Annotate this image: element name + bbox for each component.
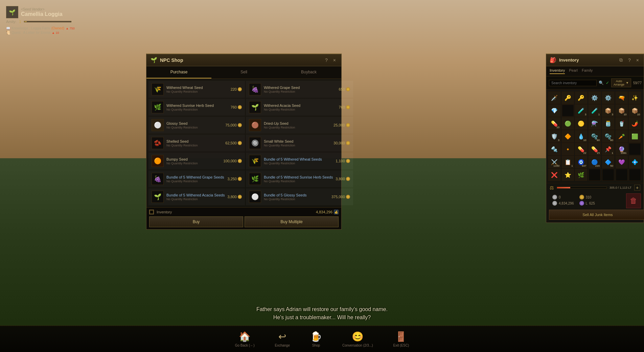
item-restrict-dried: No Quantity Restriction (264, 126, 331, 129)
inv-slot-6-2[interactable]: 📋1 (562, 156, 574, 168)
item-icon-wheat: 🌾 (152, 83, 164, 95)
inv-slot-3-2[interactable]: 🟢 (562, 117, 574, 130)
inv-slot-5-4[interactable]: 💊15 (589, 143, 601, 155)
inv-slot-4-4[interactable]: 🫧80 (589, 130, 601, 142)
inventory-checkbox[interactable]: ■ (149, 210, 154, 214)
buy-button[interactable]: Buy (149, 216, 243, 227)
shop-item-glossy-seed[interactable]: ⚪ Glossy Seed No Quantity Restriction 75… (148, 117, 245, 134)
item-icon-shelled: 🫘 (152, 137, 164, 149)
shop-item-withered-sunrise-herb-seed[interactable]: 🌿 Withered Sunrise Herb Seed No Quantity… (148, 99, 245, 116)
inv-slot-5-3[interactable]: 💊22 (575, 143, 587, 155)
shop-item-bundle-acacia[interactable]: 🌱 Bundle of 5 Withered Acacia Seeds No Q… (148, 188, 245, 205)
inv-slot-5-5[interactable]: 📌1 (602, 143, 614, 155)
hud-action-exit[interactable]: 🚪 Exit (ESC) (393, 331, 409, 347)
hud-action-shop[interactable]: 🍺 Shop (310, 331, 322, 347)
inv-slot-3-4[interactable]: ⚗️ (589, 117, 601, 130)
shop-item-dried-up-seed[interactable]: 🟤 Dried-Up Seed No Quantity Restriction … (246, 117, 353, 134)
subtitle-line-2: He's just a troublemaker... Will he real… (256, 313, 388, 322)
tab-inventory[interactable]: Inventory (550, 68, 565, 74)
quest-row: 📜 Quest : A Letter for Emma ▲ 10 (6, 31, 75, 34)
item-icon-glossy: ⚪ (152, 119, 164, 131)
inv-slot-1-3[interactable]: 🔑 (575, 92, 587, 104)
inv-slot-7-5[interactable] (602, 169, 614, 181)
gold-row: 310 (579, 195, 595, 200)
hud-action-exchange[interactable]: ↩ Exchange (275, 331, 290, 347)
exchange-label: Exchange (275, 344, 290, 347)
inventory-help-button[interactable]: ? (627, 57, 632, 63)
inv-slot-7-6[interactable] (616, 169, 628, 181)
tab-purchase[interactable]: Purchase (146, 66, 211, 78)
item-restrict-shelled: No Quantity Restriction (166, 144, 223, 147)
inv-slot-2-5[interactable]: 📦3 (602, 104, 614, 117)
inv-slot-2-6[interactable]: 📦10 (616, 104, 628, 117)
inv-slot-3-6[interactable]: 🥤 (616, 117, 628, 130)
shop-item-small-white-seed[interactable]: 🔘 Small White Seed No Quantity Restricti… (246, 135, 353, 151)
inv-slot-6-7[interactable]: 💠 (629, 156, 641, 168)
inv-slot-5-2[interactable]: 🔸 (562, 143, 574, 155)
inv-slot-6-1[interactable]: ⚔️1150 (548, 156, 560, 168)
shop-item-bundle-wheat[interactable]: 🌾 Bundle of 5 Withered Wheat Seeds No Qu… (246, 152, 353, 169)
tab-sell[interactable]: Sell (211, 66, 276, 78)
shop-item-bundle-grape[interactable]: 🍇 Bundle of 5 Withered Grape Seeds No Qu… (148, 170, 245, 187)
inv-slot-3-1[interactable]: 💊10 (548, 117, 560, 130)
buy-multiple-button[interactable]: Buy Multiple (245, 216, 339, 227)
weight-add-button[interactable]: + (634, 185, 640, 191)
inv-slot-2-1[interactable]: 💎 (548, 104, 560, 117)
inv-slot-7-7[interactable] (629, 169, 641, 181)
search-icon-button[interactable]: 🔍 (599, 80, 604, 85)
inventory-search-input[interactable] (549, 80, 597, 86)
inv-slot-1-4[interactable]: ⚙️ (589, 92, 601, 104)
inv-slot-2-3[interactable]: 🧪3 (575, 104, 587, 117)
inv-slot-4-7[interactable]: 🟩 (629, 130, 641, 142)
hud-action-go-back[interactable]: 🏠 Go Back (←) (235, 331, 255, 347)
inventory-close-button[interactable]: × (635, 57, 640, 63)
sell-junk-button[interactable]: Sell All Junk Items (549, 210, 644, 220)
inv-slot-2-2[interactable] (562, 104, 574, 117)
inv-slot-6-6[interactable]: 💜 (616, 156, 628, 168)
inv-slot-3-5[interactable]: 🫙 (602, 117, 614, 130)
shop-help-button[interactable]: ? (324, 57, 329, 63)
inv-slot-5-6[interactable]: 🔮1081 (616, 143, 628, 155)
shop-item-shelled-seed[interactable]: 🫘 Shelled Seed No Quantity Restriction 6… (148, 135, 245, 151)
item-name-bundle-sunrise: Bundle of 5 Withered Sunrise Herb Seeds (264, 175, 333, 179)
inv-slot-6-4[interactable]: 🔵220 (589, 156, 601, 168)
tab-pearl[interactable]: Pearl (569, 68, 578, 74)
inventory-copy-button[interactable]: ⧉ (618, 57, 624, 63)
hud-action-conversation[interactable]: 😊 Conversation (2/3...) (342, 331, 373, 347)
trash-button[interactable]: 🗑 (626, 193, 641, 208)
inv-slot-5-1[interactable]: 🔩 (548, 143, 560, 155)
shop-item-bumpy-seed[interactable]: 🟠 Bumpy Seed No Quantity Restriction 100… (148, 152, 245, 169)
inv-slot-3-7[interactable]: 🌶️ (629, 117, 641, 130)
inv-slot-1-1[interactable]: 🗡️ (548, 92, 560, 104)
auto-arrange-button[interactable]: Auto Arrange ▼ (611, 78, 631, 87)
inv-slot-3-3[interactable]: 🟡 (575, 117, 587, 130)
inv-slot-6-3[interactable]: 🧿447 (575, 156, 587, 168)
item-price-wheat: 220 (231, 87, 242, 91)
tab-family[interactable]: Family (582, 68, 593, 74)
inv-slot-7-3[interactable]: 🌿 (575, 169, 587, 181)
shop-item-bundle-sunrise[interactable]: 🌿 Bundle of 5 Withered Sunrise Herb Seed… (246, 170, 353, 187)
inv-slot-1-7[interactable]: ✨ (629, 92, 641, 104)
item-info-bundle-glossy: Bundle of 5 Glossy Seeds No Quantity Res… (264, 193, 329, 201)
inv-slot-2-7[interactable]: 📦10 (629, 104, 641, 117)
inv-slot-7-1[interactable]: ❌ (548, 169, 560, 181)
shop-item-withered-wheat-seed[interactable]: 🌾 Withered Wheat Seed No Quantity Restri… (148, 81, 245, 98)
inv-slot-1-2[interactable]: 🔑 (562, 92, 574, 104)
inv-slot-1-5[interactable]: ⚙️ (602, 92, 614, 104)
inv-slot-2-4[interactable]: 🧪1 (589, 104, 601, 117)
inv-slot-7-4[interactable] (589, 169, 601, 181)
inv-slot-4-2[interactable]: 🔶 (562, 130, 574, 142)
inv-slot-5-7[interactable] (629, 143, 641, 155)
tab-buyback[interactable]: Buyback (276, 66, 341, 78)
inv-slot-6-5[interactable]: 🔷50 (602, 156, 614, 168)
inv-slot-1-6[interactable]: 🔫 (616, 92, 628, 104)
shop-item-withered-acacia-seed[interactable]: 🌱 Withered Acacia Seed No Quantity Restr… (246, 99, 353, 116)
shop-item-bundle-glossy[interactable]: ⚪ Bundle of 5 Glossy Seeds No Quantity R… (246, 188, 353, 205)
shop-close-button[interactable]: × (332, 57, 337, 63)
inv-slot-4-5[interactable]: 🫧80 (602, 130, 614, 142)
inv-slot-4-3[interactable]: 💧10 (575, 130, 587, 142)
inv-slot-4-1[interactable]: 🛡️3 (548, 130, 560, 142)
shop-item-withered-grape-seed[interactable]: 🍇 Withered Grape Seed No Quantity Restri… (246, 81, 353, 98)
inv-slot-4-6[interactable]: 🥕 (616, 130, 628, 142)
inv-slot-7-2[interactable]: ⭐ (562, 169, 574, 181)
